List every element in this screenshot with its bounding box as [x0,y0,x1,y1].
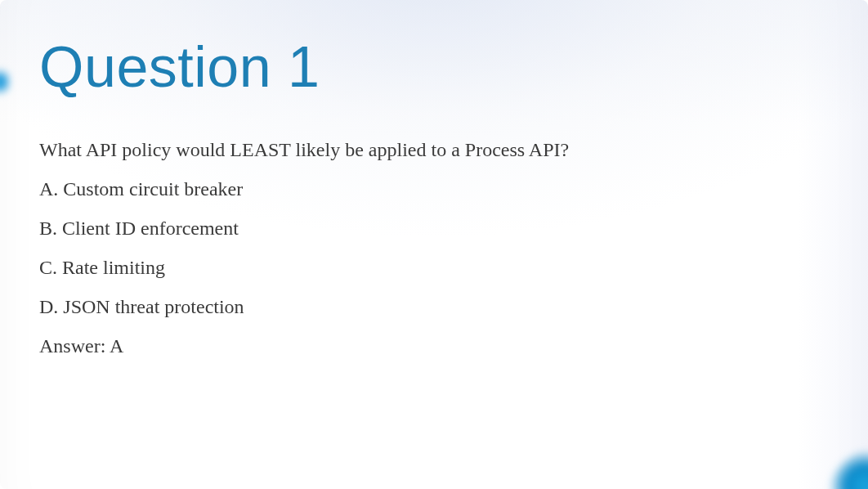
accent-marker-left [0,65,10,98]
accent-marker-bottom-right [825,446,868,489]
slide-title: Question 1 [39,38,320,98]
option-c: C. Rate limiting [39,253,819,281]
slide: Question 1 What API policy would LEAST l… [0,0,868,489]
answer-line: Answer: A [39,332,819,360]
option-a: A. Custom circuit breaker [39,175,819,203]
option-d: D. JSON threat protection [39,293,819,321]
slide-body: What API policy would LEAST likely be ap… [39,136,819,371]
question-text: What API policy would LEAST likely be ap… [39,136,819,164]
option-b: B. Client ID enforcement [39,214,819,242]
